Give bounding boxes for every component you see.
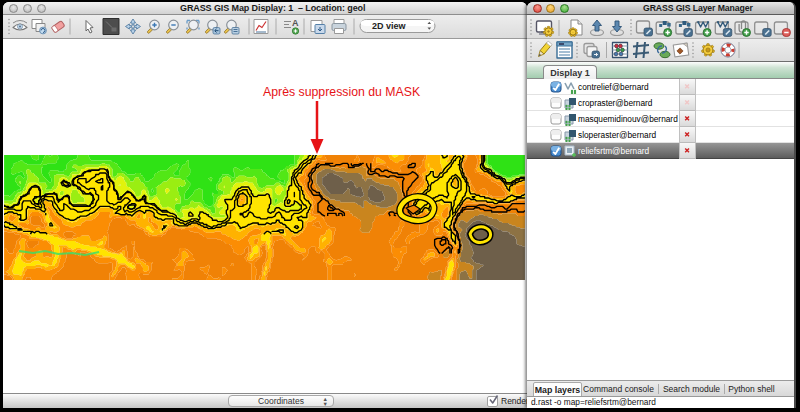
svg-text:2D view: 2D view <box>372 21 407 31</box>
svg-text:A: A <box>292 18 299 28</box>
